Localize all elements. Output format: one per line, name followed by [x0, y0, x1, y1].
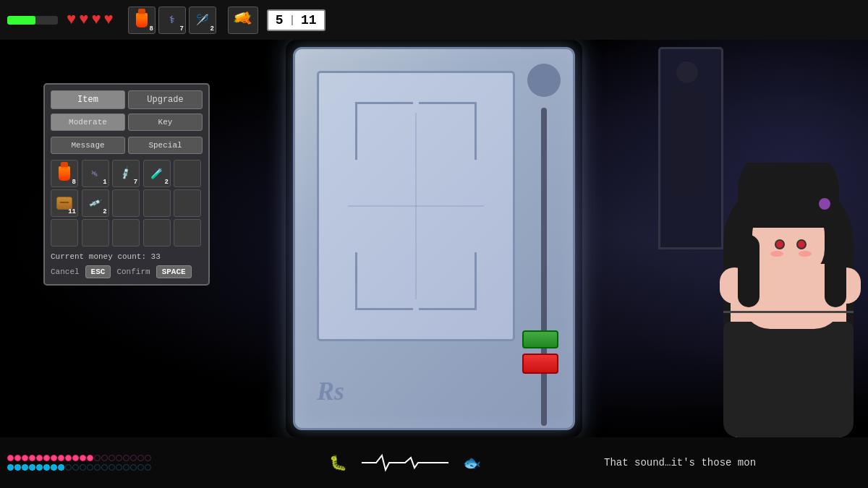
cyan-dot-19 — [145, 464, 151, 471]
cyan-dot-12 — [94, 464, 101, 471]
inv-cell-1-1[interactable]: 💉 2 — [82, 189, 109, 217]
cyan-dot-7 — [58, 464, 64, 471]
vm-corner-tr — [419, 102, 477, 160]
inv-cell-0-2[interactable]: 💉 7 — [112, 160, 140, 187]
heartbeat-path — [362, 455, 448, 470]
subtab-special[interactable]: Special — [128, 137, 203, 154]
weapon-slot-2[interactable]: ⚕ 7 — [158, 7, 186, 34]
heart-4: ♥ — [104, 12, 114, 28]
subtab-message[interactable]: Message — [51, 137, 125, 154]
weapon-slot-2-count: 7 — [179, 25, 183, 33]
pink-dot-10 — [80, 455, 86, 461]
item-needle2: 💉 — [88, 196, 103, 211]
cyan-dot-0 — [7, 464, 14, 471]
girl-blush-left — [770, 251, 783, 257]
inv-cell-0-0[interactable]: 8 — [51, 160, 78, 187]
heart-3: ♥ — [91, 12, 101, 28]
top-hud: ♥ ♥ ♥ ♥ 8 ⚕ 7 🪡 2 🔫 5 | 11 — [0, 0, 868, 40]
item-syringe: 💉 — [118, 166, 134, 181]
subtab-key[interactable]: Key — [128, 114, 203, 131]
stamina-bar — [7, 16, 58, 25]
inv-cell-2-3[interactable] — [143, 219, 171, 247]
stamina-fill — [7, 16, 35, 25]
ammo-separator: | — [289, 14, 295, 26]
cyan-meter-row — [7, 464, 210, 471]
inv-cell-1-3[interactable] — [143, 189, 171, 217]
pink-dot-1 — [14, 455, 21, 461]
inv-cell-2-2[interactable] — [112, 219, 140, 247]
heart-1: ♥ — [67, 12, 76, 28]
inventory-controls: Cancel ESC Confirm SPACE — [51, 265, 203, 278]
ammo-total: 11 — [301, 13, 317, 27]
ammo-current: 5 — [276, 13, 284, 27]
vm-corner-bl — [355, 252, 413, 310]
cyan-dot-2 — [22, 464, 28, 471]
inv-cell-0-4[interactable] — [174, 160, 201, 187]
cyan-dot-5 — [43, 464, 50, 471]
girl-blush-right — [799, 251, 812, 257]
vm-button-red[interactable] — [522, 354, 558, 374]
tab-item[interactable]: Item — [51, 90, 125, 109]
vending-machine: Rs — [293, 47, 575, 430]
inv-cell-0-3[interactable]: 🧪 2 — [143, 160, 171, 187]
inv-cell-1-0[interactable]: 11 — [51, 189, 78, 217]
pink-dot-19 — [145, 455, 151, 461]
inv-cell-2-4[interactable] — [174, 219, 201, 247]
pink-dot-18 — [137, 455, 144, 461]
pink-dot-6 — [51, 455, 57, 461]
pink-dot-3 — [29, 455, 35, 461]
game-area: Rs Item Upgrade Moderate Key Message Spe… — [0, 40, 868, 437]
item-count-0-0: 8 — [72, 179, 76, 186]
cancel-key[interactable]: ESC — [85, 265, 111, 278]
cyan-dot-17 — [130, 464, 137, 471]
hearts-container: ♥ ♥ ♥ ♥ — [67, 12, 114, 28]
item-potion — [59, 166, 70, 181]
girl-hair-side-right — [825, 228, 846, 307]
heartbeat-line — [362, 452, 448, 474]
cyan-dot-9 — [72, 464, 79, 471]
potion-icon — [136, 13, 148, 27]
pistol-slot[interactable]: 🔫 — [228, 7, 258, 34]
tab-upgrade[interactable]: Upgrade — [128, 90, 203, 109]
item-needle: ⚕ — [89, 167, 102, 180]
cyan-dot-4 — [36, 464, 43, 471]
pink-dot-2 — [22, 455, 28, 461]
girl-hair-front — [738, 163, 839, 228]
weapon-slot-3-count: 2 — [210, 25, 213, 33]
money-display: Current money count: 33 — [51, 252, 203, 261]
hair-accessory — [819, 198, 830, 210]
inv-cell-1-2[interactable] — [112, 189, 140, 217]
cyan-dot-8 — [65, 464, 72, 471]
pink-dot-17 — [130, 455, 137, 461]
weapon-slot-1[interactable]: 8 — [128, 7, 156, 34]
status-icon-right: 🐟 — [463, 454, 481, 472]
vm-screen — [317, 71, 515, 341]
left-meters — [0, 451, 217, 474]
dialogue-text: That sound…it's those mon — [604, 457, 756, 468]
bottom-hud: 🐛 🐟 That sound…it's those mon — [0, 437, 868, 488]
vm-target-v — [415, 113, 417, 299]
pink-dot-13 — [101, 455, 108, 461]
cyan-dot-15 — [116, 464, 122, 471]
subtab-moderate[interactable]: Moderate — [51, 114, 125, 131]
item-count-1-0: 11 — [68, 208, 76, 215]
vm-logo: Rs — [317, 376, 344, 406]
pink-dot-14 — [109, 455, 115, 461]
heart-2: ♥ — [79, 12, 88, 28]
weapon-slot-3[interactable]: 🪡 2 — [189, 7, 216, 34]
pink-dot-4 — [36, 455, 43, 461]
vm-corner-br — [419, 252, 477, 310]
inv-cell-2-0[interactable] — [51, 219, 78, 247]
inv-cell-0-1[interactable]: ⚕ 1 — [82, 160, 109, 187]
inv-cell-2-1[interactable] — [82, 219, 109, 247]
status-icon-left: 🐛 — [329, 454, 347, 472]
vm-button-green[interactable] — [522, 330, 558, 348]
cancel-label: Cancel — [51, 267, 80, 276]
char-head — [676, 61, 698, 83]
girl-hair-side-left — [738, 235, 760, 307]
pink-dot-0 — [7, 455, 14, 461]
vm-body: Rs — [293, 47, 575, 430]
inv-cell-1-4[interactable] — [174, 189, 201, 217]
confirm-key[interactable]: SPACE — [156, 265, 192, 278]
inventory-grid: 8 ⚕ 1 💉 7 🧪 2 11 💉 2 — [51, 160, 203, 247]
